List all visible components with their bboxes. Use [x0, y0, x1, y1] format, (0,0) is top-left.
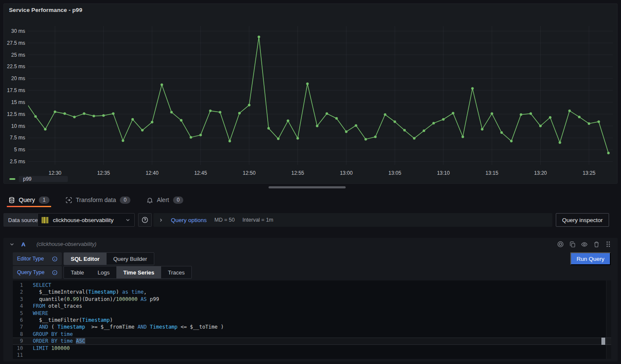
tab-transform-data[interactable]: Transform data 0: [64, 193, 132, 207]
data-source-help-button[interactable]: [138, 213, 152, 227]
editor-tabs: Query 1 Transform data 0 Alert 0: [3, 193, 618, 207]
x-axis-label: 12:55: [291, 170, 304, 176]
editor-type-query-builder[interactable]: Query Builder: [107, 253, 154, 265]
x-axis-label: 12:45: [194, 170, 207, 176]
duplicate-query-icon[interactable]: [569, 241, 576, 248]
chart-plot[interactable]: [28, 26, 613, 168]
query-type-table[interactable]: Table: [64, 266, 91, 278]
editor-type-label: Editor Type: [13, 252, 62, 265]
data-point: [151, 121, 153, 124]
data-point: [452, 112, 454, 115]
y-axis-label: 20 ms: [4, 75, 25, 81]
bell-icon: [147, 197, 153, 203]
editor-type-sql-editor[interactable]: SQL Editor: [64, 253, 107, 265]
transform-icon: [66, 197, 72, 203]
data-point: [248, 104, 251, 107]
y-axis-label: 30 ms: [4, 28, 25, 34]
x-axis-label: 12:40: [146, 170, 159, 176]
data-point: [141, 129, 144, 132]
line-number: 2: [13, 289, 23, 295]
data-point: [393, 121, 396, 123]
data-point: [238, 112, 241, 115]
x-axis-label: 13:25: [583, 170, 595, 176]
chevron-down-icon: [125, 217, 130, 222]
question-circle-icon: [142, 217, 148, 223]
data-point: [539, 125, 542, 127]
disable-query-icon[interactable]: [557, 241, 564, 248]
x-axis-label: 12:30: [49, 170, 61, 176]
query-options-link[interactable]: Query options: [171, 217, 207, 223]
query-type-traces[interactable]: Traces: [161, 266, 191, 278]
data-point: [209, 110, 212, 112]
legend-series-label[interactable]: p99: [19, 176, 68, 182]
query-row-header[interactable]: A (clickhouse-observability): [3, 238, 618, 251]
y-axis-label: 22.5 ms: [4, 64, 25, 69]
data-point: [199, 134, 202, 136]
code-text: [23, 352, 33, 358]
code-line-3[interactable]: 3quantile(0.99)(Duration)/1000000 AS p99: [13, 296, 611, 303]
query-row-actions: [557, 241, 612, 248]
code-line-10[interactable]: 10LIMIT 100000: [13, 345, 611, 352]
data-source-picker[interactable]: clickhouse-observability: [38, 213, 135, 227]
code-line-9[interactable]: 9ORDER BY time ASC: [13, 338, 611, 344]
data-point: [374, 136, 377, 138]
tab-transform-badge: 0: [120, 196, 130, 204]
data-point: [297, 137, 299, 140]
query-type-logs[interactable]: Logs: [91, 266, 116, 278]
code-line-2[interactable]: 2$__timeInterval(Timestamp) as time,: [13, 289, 611, 295]
code-line-11[interactable]: 11: [13, 352, 611, 358]
query-options-bar[interactable]: Query options MD = 50 Interval = 1m: [153, 213, 552, 227]
data-point: [277, 138, 280, 140]
data-point: [170, 111, 173, 113]
line-number: 9: [13, 338, 23, 344]
tab-alert[interactable]: Alert 0: [145, 193, 185, 207]
data-point: [403, 129, 406, 132]
data-point: [491, 113, 493, 115]
query-inspector-button[interactable]: Query inspector: [556, 213, 609, 227]
query-type-time-series[interactable]: Time Series: [116, 266, 161, 278]
line-number: 11: [13, 352, 23, 358]
x-axis-label: 12:50: [243, 170, 256, 176]
code-line-7[interactable]: 7AND ( Timestamp >= $__fromTime AND Time…: [13, 324, 611, 330]
data-point: [471, 87, 474, 90]
y-axis-label: 2.5 ms: [4, 159, 25, 165]
drag-handle-icon[interactable]: [605, 241, 612, 248]
delete-query-trash-icon[interactable]: [593, 241, 600, 248]
data-point: [161, 84, 163, 86]
code-line-6[interactable]: 6$__timeFilter(Timestamp): [13, 317, 611, 324]
query-type-label-text: Query Type: [17, 269, 44, 275]
info-circle-icon[interactable]: [52, 256, 58, 262]
x-axis-label: 13:05: [388, 170, 401, 176]
data-point: [102, 114, 105, 117]
data-point: [73, 116, 76, 118]
data-point: [83, 113, 85, 115]
sql-code-editor[interactable]: 1SELECT2$__timeInterval(Timestamp) as ti…: [13, 280, 611, 359]
code-line-1[interactable]: 1SELECT: [13, 282, 611, 289]
data-point: [598, 121, 600, 123]
tab-query[interactable]: Query 1: [7, 193, 51, 207]
code-line-4[interactable]: 4FROM otel_traces: [13, 303, 611, 309]
x-axis-label: 13:15: [485, 170, 498, 176]
code-text: SELECT: [23, 282, 51, 289]
tab-transform-label: Transform data: [76, 196, 116, 203]
editor-scrollbar[interactable]: [606, 280, 611, 359]
code-line-8[interactable]: 8GROUP BY time: [13, 331, 611, 338]
query-type-label: Query Type: [13, 266, 62, 279]
collapse-chevron-icon[interactable]: [9, 242, 14, 247]
data-point: [131, 118, 134, 121]
hide-response-eye-icon[interactable]: [581, 241, 588, 248]
line-number: 8: [13, 331, 23, 338]
data-point: [549, 116, 552, 119]
info-circle-icon[interactable]: [52, 270, 58, 275]
code-text: ORDER BY time ASC: [23, 338, 85, 344]
query-type-switch: TableLogsTime SeriesTraces: [64, 266, 192, 279]
code-line-5[interactable]: 5WHERE: [13, 310, 611, 317]
code-text: $__timeInterval(Timestamp) as time,: [23, 289, 147, 295]
clickhouse-logo-icon: [42, 217, 49, 223]
tab-alert-label: Alert: [157, 196, 169, 203]
data-point: [384, 113, 387, 116]
horizontal-scrollbar[interactable]: [269, 186, 346, 188]
run-query-button[interactable]: Run Query: [570, 252, 611, 265]
data-point: [588, 122, 590, 125]
chevron-right-icon: [159, 218, 163, 222]
